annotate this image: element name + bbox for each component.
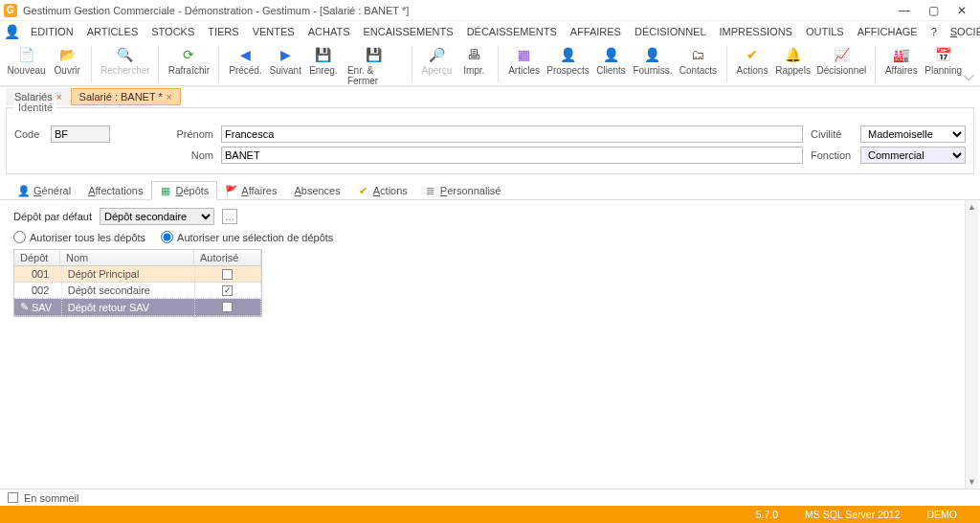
- tb-prcd[interactable]: ◀Précéd.: [225, 44, 265, 78]
- tab-personnalis[interactable]: ≣Personnalisé: [416, 181, 510, 200]
- cell-autorise[interactable]: [195, 266, 261, 282]
- col-autorise[interactable]: Autorisé: [194, 250, 261, 265]
- menu-edition[interactable]: EDITION: [24, 24, 80, 39]
- detail-tabs: 👤GénéralAffectations▦Dépôts🚩AffairesAbse…: [0, 174, 980, 200]
- fonction-label: Fonction: [811, 149, 855, 161]
- cell-autorise[interactable]: ✓: [195, 283, 261, 298]
- tb-dcisionnel[interactable]: 📈Décisionnel: [814, 44, 869, 78]
- tab-affectations[interactable]: Affectations: [79, 181, 151, 200]
- tb-ouvrir[interactable]: 📂Ouvrir: [49, 44, 85, 78]
- allow-all-radio[interactable]: Autoriser tous les dépôts: [13, 231, 145, 243]
- nom-label: Nom: [118, 149, 213, 161]
- default-depot-select[interactable]: Dépôt secondaire: [100, 208, 214, 225]
- authorize-checkbox[interactable]: ✓: [222, 285, 233, 296]
- menu-décaissements[interactable]: DÉCAISSEMENTS: [460, 24, 564, 39]
- fonction-select[interactable]: Commercial: [860, 147, 966, 164]
- tb-articles[interactable]: ▦Articles: [504, 44, 544, 78]
- tb-clients[interactable]: 👤Clients: [592, 44, 630, 78]
- document-tabs: Salariés×Salarié : BANET *×: [0, 86, 980, 105]
- close-icon[interactable]: ×: [56, 92, 62, 102]
- en-sommeil-checkbox[interactable]: [8, 492, 18, 503]
- tb-rafrachir[interactable]: ⟳Rafraîchir: [165, 44, 212, 78]
- tb-rechercher-icon: 🔍: [117, 46, 134, 63]
- row-marker: [14, 283, 26, 298]
- civilite-select[interactable]: Mademoiselle: [860, 125, 966, 143]
- menu-affaires[interactable]: AFFAIRES: [564, 24, 628, 39]
- scroll-up-icon[interactable]: ▲: [966, 200, 978, 214]
- tb-actions[interactable]: ✔Actions: [733, 44, 772, 78]
- menu-tiers[interactable]: TIERS: [201, 24, 245, 39]
- app-menu-icon[interactable]: 👤: [4, 23, 20, 40]
- maximize-button[interactable]: ▢: [919, 1, 947, 20]
- col-depot[interactable]: Dépôt: [14, 250, 60, 265]
- tb-aperu-icon: 🔎: [428, 46, 445, 63]
- authorize-checkbox[interactable]: [222, 269, 233, 280]
- tb-affaires-icon: 🏭: [893, 46, 910, 63]
- menu-impressions[interactable]: IMPRESSIONS: [713, 24, 799, 39]
- close-icon[interactable]: ×: [167, 92, 172, 102]
- menu-articles[interactable]: ARTICLES: [80, 24, 145, 39]
- tb-fourniss[interactable]: 👤Fourniss.: [630, 44, 676, 78]
- table-row[interactable]: 001Dépôt Principal: [14, 266, 261, 283]
- tb-enreg[interactable]: 💾Enreg.: [305, 44, 342, 78]
- table-row[interactable]: ✎SAVDépôt retour SAV: [14, 299, 261, 316]
- col-nom[interactable]: Nom: [60, 250, 194, 265]
- authorize-checkbox[interactable]: [222, 302, 233, 312]
- tab-affaires[interactable]: 🚩Affaires: [217, 181, 285, 200]
- scroll-down-icon[interactable]: ▼: [966, 475, 978, 489]
- tb-affaires[interactable]: 🏭Affaires: [881, 44, 922, 78]
- depots-table[interactable]: Dépôt Nom Autorisé 001Dépôt Principal002…: [13, 249, 262, 317]
- menu-encaissements[interactable]: ENCAISSEMENTS: [356, 24, 459, 39]
- tb-suivant[interactable]: ▶Suivant: [266, 44, 305, 78]
- tab-absences[interactable]: Absences: [285, 181, 348, 200]
- row-marker: [14, 266, 26, 282]
- table-header-row: Dépôt Nom Autorisé: [14, 250, 261, 266]
- table-row[interactable]: 002Dépôt secondaire✓: [14, 283, 261, 299]
- nom-input[interactable]: [221, 147, 803, 164]
- cell-code: 002: [26, 283, 62, 298]
- tab-gnral[interactable]: 👤Général: [10, 181, 79, 200]
- tb-rappels[interactable]: 🔔Rappels: [771, 44, 813, 78]
- tb-planning[interactable]: 📅Planning: [922, 44, 966, 78]
- main-toolbar: 📄Nouveau📂Ouvrir🔍Rechercher⟳Rafraîchir◀Pr…: [0, 42, 980, 86]
- doctab-salaribanet[interactable]: Salarié : BANET *×: [71, 88, 181, 105]
- menu-outils[interactable]: OUTILS: [799, 24, 851, 39]
- tab-dpts[interactable]: ▦Dépôts: [151, 181, 217, 200]
- menu-ventes[interactable]: VENTES: [246, 24, 301, 39]
- code-input[interactable]: [51, 125, 110, 143]
- tb-rafrachir-icon: ⟳: [180, 46, 197, 63]
- toolbar-separator: [498, 46, 499, 82]
- menu-affichage[interactable]: AFFICHAGE: [851, 24, 924, 39]
- title-bar: G Gestimum Gestion Commerciale - Démonst…: [0, 0, 980, 21]
- allow-selection-radio[interactable]: Autoriser une sélection de dépôts: [161, 231, 333, 243]
- menu-achats[interactable]: ACHATS: [301, 24, 357, 39]
- tb-enreg-icon: 💾: [315, 46, 332, 63]
- menu-stocks[interactable]: STOCKS: [145, 24, 201, 39]
- tab-actions[interactable]: ✔Actions: [349, 181, 416, 200]
- footer-options: En sommeil: [0, 489, 980, 506]
- toolbar-separator: [412, 46, 412, 82]
- close-button[interactable]: ✕: [947, 1, 976, 20]
- minimize-button[interactable]: —: [890, 1, 919, 20]
- tb-enrfermer[interactable]: 💾Enr. & Fermer: [342, 44, 406, 88]
- tb-nouveau[interactable]: 📄Nouveau: [4, 44, 49, 78]
- tb-contacts[interactable]: 🗂Contacts: [676, 44, 721, 78]
- toolbar-separator: [91, 46, 92, 82]
- prenom-input[interactable]: [221, 125, 803, 143]
- prenom-label: Prénom: [118, 128, 213, 140]
- tb-prospects-icon: 👤: [560, 46, 577, 63]
- tb-impr[interactable]: 🖶Impr.: [456, 44, 492, 78]
- vertical-scrollbar[interactable]: ▲ ▼: [965, 200, 978, 489]
- cell-autorise[interactable]: [195, 299, 261, 315]
- status-env: DEMO: [914, 509, 971, 520]
- tb-aperu: 🔎Aperçu: [417, 44, 456, 78]
- menu-socit[interactable]: SOCIÉTÉ: [944, 24, 980, 39]
- toolbar-separator: [726, 46, 727, 82]
- default-depot-browse-button[interactable]: …: [222, 209, 237, 224]
- menu-?[interactable]: ?: [924, 24, 944, 39]
- tb-enrfermer-icon: 💾: [365, 46, 382, 63]
- tb-prospects[interactable]: 👤Prospects: [544, 44, 592, 78]
- tb-articles-icon: ▦: [516, 46, 533, 63]
- tb-contacts-icon: 🗂: [689, 46, 706, 63]
- menu-décisionnel[interactable]: DÉCISIONNEL: [628, 24, 713, 39]
